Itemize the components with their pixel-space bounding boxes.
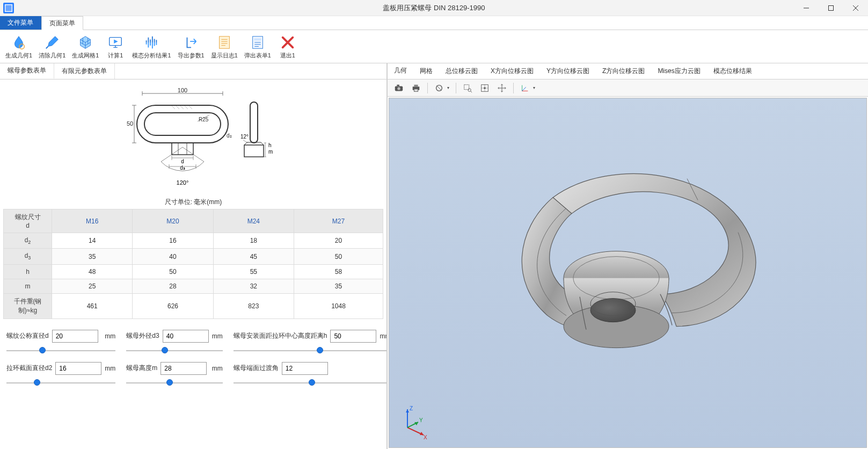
- tab-mesh[interactable]: 网格: [413, 63, 439, 79]
- param-slider[interactable]: [126, 346, 222, 356]
- param-unit: mm: [380, 332, 386, 340]
- tab-geometry[interactable]: 几何: [388, 63, 413, 79]
- window-maximize-button[interactable]: [819, 0, 843, 16]
- ribbon-popup-form[interactable]: 弹出表单1: [241, 32, 274, 61]
- tab-y-displacement[interactable]: Y方向位移云图: [540, 63, 596, 79]
- viewer-zoom-area-button[interactable]: [461, 82, 475, 94]
- svg-point-23: [590, 299, 636, 322]
- titlebar: 盖板用压紧螺母 DIN 28129-1990: [0, 0, 868, 16]
- window-title: 盖板用压紧螺母 DIN 28129-1990: [383, 3, 485, 13]
- svg-rect-0: [5, 4, 13, 12]
- 3d-viewport[interactable]: Z X Y: [389, 98, 867, 448]
- chevron-down-icon: ▾: [533, 85, 537, 90]
- tab-z-displacement[interactable]: Z方向位移云图: [596, 63, 651, 79]
- tab-fem-params[interactable]: 有限元参数表单: [54, 63, 115, 79]
- svg-rect-11: [397, 84, 399, 86]
- ribbon-generate-geometry[interactable]: 生成几何1: [2, 32, 35, 61]
- ribbon-label: 显示日志1: [211, 52, 238, 60]
- table-col-header: M24: [213, 209, 294, 233]
- spec-table: 螺纹尺寸 d M16 M20 M24 M27 d214161820d335404…: [3, 209, 383, 319]
- param-nut-height-m: 螺母高度m mm: [126, 362, 222, 388]
- right-subtabs: 几何 网格 总位移云图 X方向位移云图 Y方向位移云图 Z方向位移云图 Mise…: [388, 63, 868, 79]
- ribbon-label: 退出1: [280, 52, 295, 60]
- param-unit: mm: [105, 332, 115, 340]
- export-arrow-icon: [183, 33, 199, 52]
- left-panel: 螺母参数表单 有限元参数表单 100 50: [0, 63, 388, 449]
- tab-modal-displacement[interactable]: 模态位移结果: [707, 63, 758, 79]
- brush-icon: [44, 33, 60, 52]
- table-row-header: d2: [4, 233, 52, 249]
- menu-tabs: 文件菜单 页面菜单: [0, 16, 868, 30]
- param-label: 螺纹公称直径d: [6, 331, 49, 341]
- document-lines-icon: [216, 33, 232, 52]
- table-col-header: M27: [294, 209, 383, 233]
- monitor-play-icon: [107, 33, 123, 52]
- axis-gizmo: Z X Y: [400, 403, 432, 437]
- tab-mises-stress[interactable]: Mises应力云图: [651, 63, 706, 79]
- ribbon-label: 模态分析结果1: [132, 52, 171, 60]
- ribbon-generate-mesh[interactable]: 生成网格1: [69, 32, 102, 61]
- param-input[interactable]: [163, 330, 209, 343]
- param-slider[interactable]: [234, 378, 386, 388]
- svg-point-19: [484, 87, 486, 89]
- ribbon-calculate[interactable]: 计算1: [102, 32, 129, 61]
- table-cell: 55: [213, 264, 294, 279]
- table-cell: 626: [133, 293, 213, 318]
- ribbon-modal-analysis-result[interactable]: 模态分析结果1: [129, 32, 174, 61]
- ribbon-clear-geometry[interactable]: 清除几何1: [35, 32, 69, 61]
- dim-angle-bottom: 120°: [177, 179, 189, 186]
- svg-rect-1: [829, 5, 834, 10]
- viewer-pan-button[interactable]: [495, 82, 509, 94]
- param-slider[interactable]: [6, 378, 115, 388]
- dim-d: d: [181, 158, 184, 164]
- param-label: 螺母高度m: [126, 364, 157, 373]
- param-slider[interactable]: [126, 378, 222, 388]
- tab-file-menu[interactable]: 文件菜单: [0, 16, 41, 30]
- param-input[interactable]: [52, 330, 98, 343]
- blank-circle-icon: [434, 83, 444, 93]
- dim-height: 50: [127, 120, 133, 127]
- ribbon-toolbar: 生成几何1 清除几何1 生成网格1 计算1 模态分析结果1 导出参数1 显示: [0, 30, 868, 63]
- ribbon-export-params[interactable]: 导出参数1: [174, 32, 208, 61]
- param-input[interactable]: [55, 362, 101, 375]
- param-input[interactable]: [161, 362, 207, 375]
- ribbon-label: 生成几何1: [5, 52, 32, 60]
- waveform-icon: [143, 33, 159, 52]
- tab-nut-params[interactable]: 螺母参数表单: [0, 63, 54, 79]
- axis-x-label: X: [424, 434, 427, 440]
- parameter-grid: 螺纹公称直径d mm 螺母外径d3 mm 螺母安: [3, 319, 383, 390]
- table-cell: 45: [213, 249, 294, 264]
- table-cell: 28: [133, 279, 213, 293]
- svg-point-10: [397, 87, 400, 90]
- app-icon: [3, 3, 14, 13]
- param-input[interactable]: [282, 362, 328, 375]
- param-input[interactable]: [330, 330, 376, 343]
- tab-page-menu[interactable]: 页面菜单: [41, 16, 83, 30]
- ribbon-label: 导出参数1: [178, 52, 205, 60]
- ribbon-exit[interactable]: 退出1: [274, 32, 301, 61]
- close-x-icon: [280, 33, 296, 52]
- ribbon-show-log[interactable]: 显示日志1: [208, 32, 241, 61]
- viewer-toolbar: ▾ ▾: [388, 79, 868, 97]
- param-slider[interactable]: [6, 346, 115, 356]
- table-cell: 20: [294, 233, 383, 249]
- ribbon-label: 清除几何1: [39, 52, 65, 60]
- tab-x-displacement[interactable]: X方向位移云图: [484, 63, 540, 79]
- viewer-fit-all-button[interactable]: [478, 82, 492, 94]
- table-cell: 18: [213, 233, 294, 249]
- window-minimize-button[interactable]: [794, 0, 819, 16]
- dim-h: h: [268, 142, 272, 148]
- window-close-button[interactable]: [843, 0, 868, 16]
- cube-mesh-icon: [77, 33, 93, 52]
- tab-total-displacement[interactable]: 总位移云图: [439, 63, 484, 79]
- viewer-snapshot-button[interactable]: [392, 82, 406, 94]
- table-row-header: h: [4, 264, 52, 279]
- viewer-print-button[interactable]: [409, 82, 423, 94]
- param-slider[interactable]: [234, 346, 386, 356]
- viewer-axis-dropdown-button[interactable]: [518, 82, 532, 94]
- param-ring-cross-section-d2: 拉环截面直径d2 mm: [6, 362, 115, 388]
- table-cell: 25: [52, 279, 133, 293]
- table-col-header: M16: [52, 209, 133, 233]
- viewer-blank-dropdown-button[interactable]: [432, 82, 446, 94]
- droplet-geometry-icon: [11, 33, 27, 52]
